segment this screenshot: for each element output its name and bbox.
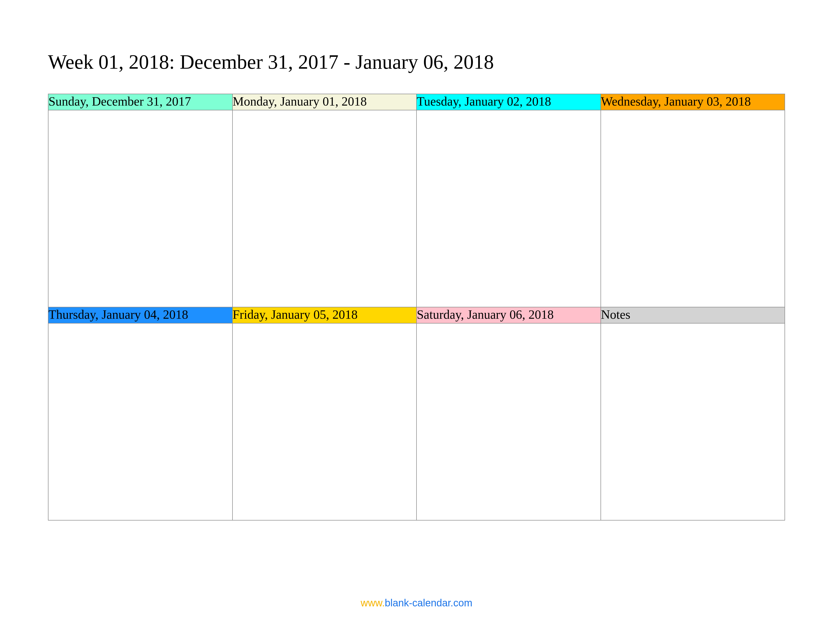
day-header-tuesday: Tuesday, January 02, 2018 <box>416 94 601 110</box>
header-row-2: Thursday, January 04, 2018 Friday, Janua… <box>48 307 785 323</box>
notes-header: Notes <box>601 307 785 323</box>
day-header-friday: Friday, January 05, 2018 <box>233 307 417 323</box>
day-body-monday[interactable] <box>233 110 417 307</box>
day-header-saturday: Saturday, January 06, 2018 <box>416 307 601 323</box>
page-title: Week 01, 2018: December 31, 2017 - Janua… <box>48 50 785 74</box>
body-row-2 <box>48 323 785 520</box>
day-body-thursday[interactable] <box>48 323 233 520</box>
day-header-sunday: Sunday, December 31, 2017 <box>48 94 233 110</box>
day-body-friday[interactable] <box>233 323 417 520</box>
day-body-tuesday[interactable] <box>416 110 601 307</box>
day-header-monday: Monday, January 01, 2018 <box>233 94 417 110</box>
footer-www: www. <box>361 597 385 609</box>
footer-domain: blank-calendar.com <box>385 597 472 609</box>
header-row-1: Sunday, December 31, 2017 Monday, Januar… <box>48 94 785 110</box>
notes-body[interactable] <box>601 323 785 520</box>
day-header-thursday: Thursday, January 04, 2018 <box>48 307 233 323</box>
day-body-saturday[interactable] <box>416 323 601 520</box>
weekly-calendar: Sunday, December 31, 2017 Monday, Januar… <box>48 94 785 520</box>
body-row-1 <box>48 110 785 307</box>
page: Week 01, 2018: December 31, 2017 - Janua… <box>0 0 833 644</box>
day-body-wednesday[interactable] <box>601 110 785 307</box>
day-header-wednesday: Wednesday, January 03, 2018 <box>601 94 785 110</box>
day-body-sunday[interactable] <box>48 110 233 307</box>
footer-link[interactable]: www.blank-calendar.com <box>0 597 833 609</box>
